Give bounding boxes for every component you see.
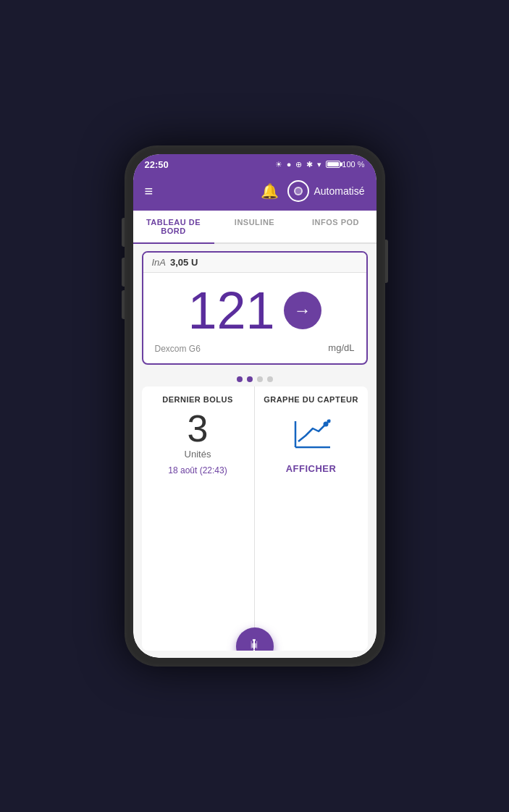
main-content: InA 3,05 U 121 → Dexcom G6 mg/dL [133,244,377,658]
bottom-grid: DERNIER BOLUS 3 Unités 18 août (22:43) G… [142,386,368,651]
header-right: 🔔 Automatisé [261,180,364,202]
tab-infos-pod[interactable]: INFOS POD [295,211,377,242]
fab-icon [245,637,264,651]
bolus-value: 3 [188,410,209,447]
last-bolus-cell: DERNIER BOLUS 3 Unités 18 août (22:43) [142,386,255,651]
status-icon-sun: ☀ [275,160,282,169]
page-dots [133,372,377,386]
battery-fill [327,162,339,166]
auto-label: Automatisé [314,185,364,197]
menu-icon[interactable]: ≡ [145,183,153,200]
dot-4 [267,376,273,382]
dot-3 [257,376,263,382]
tab-insuline[interactable]: INSULINE [214,211,295,242]
sensor-graph-title: GRAPHE DU CAPTEUR [264,395,358,404]
ina-label: InA [152,257,167,268]
bg-card-body: 121 → Dexcom G6 mg/dL [143,273,366,363]
bg-source: Dexcom G6 [155,344,201,354]
ina-value: 3,05 U [170,257,198,268]
bolus-unit: Unités [185,449,211,460]
tab-bar: TABLEAU DEBORD INSULINE INFOS POD [133,211,377,244]
bg-value: 121 [188,284,274,337]
phone-inner: 22:50 ☀ ● ⊕ ✱ ▾ 100 % [133,154,377,658]
svg-rect-7 [251,643,256,648]
tab-tableau-de-bord[interactable]: TABLEAU DEBORD [133,211,214,242]
app-header: ≡ 🔔 Automatisé [133,174,377,211]
bg-footer: Dexcom G6 mg/dL [155,339,355,355]
auto-circle [287,180,309,202]
dot-2 [247,376,253,382]
bg-arrow-icon: → [284,292,321,329]
screen: 22:50 ☀ ● ⊕ ✱ ▾ 100 % [133,154,377,658]
auto-circle-inner [294,187,303,195]
last-bolus-title: DERNIER BOLUS [162,395,233,404]
wifi-icon: ▾ [317,160,321,169]
afficher-button[interactable]: AFFICHER [286,463,337,474]
bottom-section: DERNIER BOLUS 3 Unités 18 août (22:43) G… [142,386,368,651]
status-time: 22:50 [145,159,169,170]
bg-card-header: InA 3,05 U [143,253,366,273]
battery-percent: 100 % [342,160,364,169]
status-icon-circle2: ⊕ [295,160,302,169]
arrow-symbol: → [294,300,311,321]
status-bar: 22:50 ☀ ● ⊕ ✱ ▾ 100 % [133,154,377,174]
dot-1 [237,376,243,382]
svg-rect-8 [253,649,254,651]
bell-icon[interactable]: 🔔 [261,182,279,200]
graph-chart-icon [290,415,333,452]
bolus-date: 18 août (22:43) [168,465,227,475]
svg-rect-9 [251,640,251,648]
bg-unit: mg/dL [328,342,354,353]
sensor-graph-cell: GRAPHE DU CAPTEUR AFFICHER [255,386,368,651]
svg-rect-10 [256,640,257,648]
bluetooth-icon: ✱ [306,160,313,169]
battery-bar [326,161,340,168]
status-icons: ☀ ● ⊕ ✱ ▾ 100 % [275,160,365,169]
bg-card: InA 3,05 U 121 → Dexcom G6 mg/dL [142,251,368,365]
phone-frame: 22:50 ☀ ● ⊕ ✱ ▾ 100 % [125,145,385,667]
bg-reading: 121 → [188,284,321,337]
auto-badge[interactable]: Automatisé [287,180,364,202]
status-icon-circle: ● [287,160,292,169]
battery-indicator: 100 % [326,160,364,169]
